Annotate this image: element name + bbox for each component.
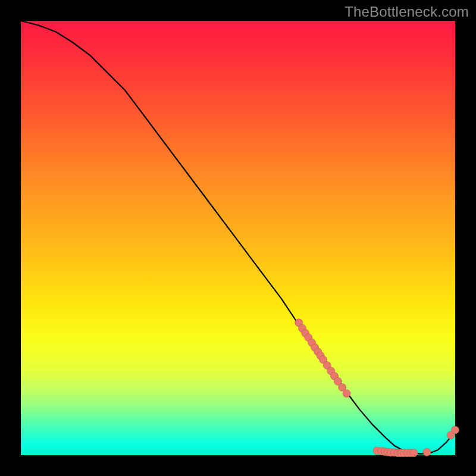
data-point — [452, 426, 459, 434]
plot-area — [21, 21, 455, 455]
data-point — [410, 449, 418, 457]
data-point — [423, 448, 431, 456]
chart-frame: TheBottleneck.com — [0, 0, 476, 476]
watermark-label: TheBottleneck.com — [345, 4, 469, 20]
data-point-dots — [295, 319, 459, 457]
bottleneck-curve-line — [21, 21, 455, 454]
data-point — [343, 390, 350, 397]
chart-svg — [21, 21, 455, 455]
